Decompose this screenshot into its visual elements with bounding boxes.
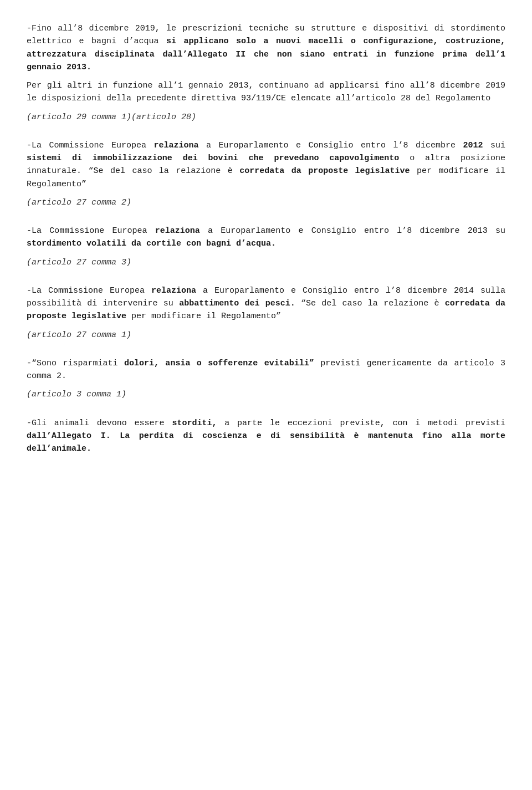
content-block-block4: -La Commissione Europea relaziona a Euro…: [27, 284, 505, 342]
bold-text: 2012: [463, 141, 483, 150]
paragraph-p1: -Fino all’8 dicembre 2019, le prescrizio…: [27, 22, 505, 74]
bold-text: stordimento volatili da cortile con bagn…: [27, 239, 276, 248]
normal-text: -La Commissione Europea: [27, 286, 151, 295]
article-reference: (articolo 3 comma 1): [27, 388, 505, 401]
article-reference: (articolo 29 comma 1)(articolo 28): [27, 111, 505, 124]
paragraph-p2: Per gli altri in funzione all’1 gennaio …: [27, 79, 505, 105]
normal-text: -“Sono risparmiati: [27, 359, 124, 368]
paragraph-p3: -La Commissione Europea relaziona a Euro…: [27, 139, 505, 191]
bold-text: dolori, ansia o sofferenze evitabili”: [124, 359, 314, 368]
normal-text: sui: [483, 141, 506, 150]
normal-text: a Europarlamento e Consiglio entro l’8 d…: [199, 141, 463, 150]
normal-text: a Europarlamento e Consiglio entro l’8 d…: [200, 226, 505, 236]
paragraph-p6: -“Sono risparmiati dolori, ansia o soffe…: [27, 357, 505, 383]
normal-text: -La Commissione Europea: [27, 226, 155, 236]
content-block-block3: -La Commissione Europea relaziona a Euro…: [27, 225, 505, 269]
article-reference: (articolo 27 comma 2): [27, 196, 505, 209]
bold-text: corredata da proposte legislative: [239, 166, 410, 176]
content-block-block6: -Gli animali devono essere storditi, a p…: [27, 417, 505, 456]
bold-text: relaziona: [154, 141, 199, 150]
bold-text: relaziona: [155, 226, 200, 236]
article-reference: (articolo 27 comma 1): [27, 329, 505, 342]
normal-text: per modificare il Regolamento”: [126, 312, 281, 321]
normal-text: Per gli altri in funzione all’1 gennaio …: [27, 81, 505, 103]
normal-text: “Se del caso la relazione è: [295, 299, 445, 308]
bold-text: relaziona: [151, 286, 196, 295]
normal-text: -La Commissione Europea: [27, 141, 154, 150]
paragraph-p4: -La Commissione Europea relaziona a Euro…: [27, 225, 505, 251]
content-block-block2: -La Commissione Europea relaziona a Euro…: [27, 139, 505, 209]
bold-text: sistemi di immobilizzazione dei bovini c…: [27, 154, 399, 163]
content-block-block5: -“Sono risparmiati dolori, ansia o soffe…: [27, 357, 505, 401]
paragraph-p5: -La Commissione Europea relaziona a Euro…: [27, 284, 505, 323]
paragraph-p7: -Gli animali devono essere storditi, a p…: [27, 417, 505, 456]
content-block-block1: -Fino all’8 dicembre 2019, le prescrizio…: [27, 22, 505, 124]
normal-text: -Gli animali devono essere: [27, 419, 172, 428]
bold-text: abbattimento dei pesci.: [179, 299, 295, 308]
document-container: -Fino all’8 dicembre 2019, le prescrizio…: [27, 22, 505, 455]
article-reference: (articolo 27 comma 3): [27, 256, 505, 269]
normal-text: a parte le eccezioni previste, con i met…: [217, 419, 505, 428]
bold-text: dall’Allegato I. La perdita di coscienza…: [27, 431, 505, 453]
bold-text: storditi,: [172, 419, 217, 428]
